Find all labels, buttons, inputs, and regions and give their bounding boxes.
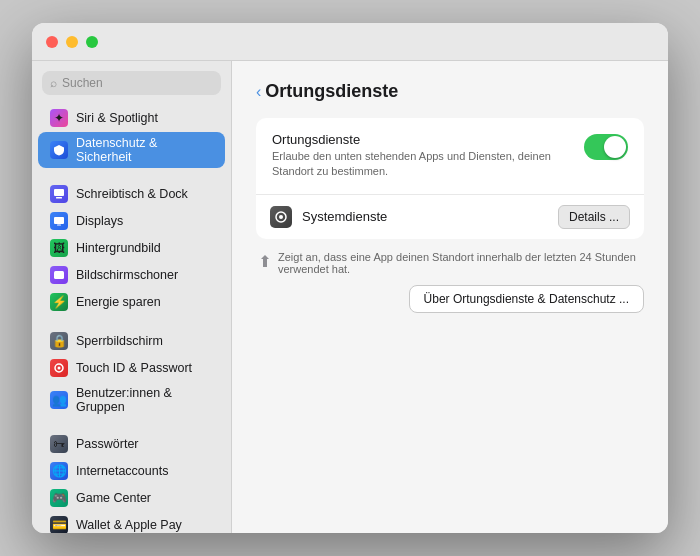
sidebar-item-label: Siri & Spotlight xyxy=(76,111,158,125)
sidebar-item-label: Sperrbildschirm xyxy=(76,334,163,348)
content-area: ⌕ Suchen ✦ Siri & Spotlight Datenschutz … xyxy=(32,61,668,533)
sidebar-item-gamecenter[interactable]: 🎮 Game Center xyxy=(38,485,225,511)
sidebar-item-wallet[interactable]: 💳 Wallet & Apple Pay xyxy=(38,512,225,533)
siri-icon: ✦ xyxy=(50,109,68,127)
info-text: Zeigt an, dass eine App deinen Standort … xyxy=(278,251,640,275)
svg-rect-1 xyxy=(56,197,62,199)
datenschutz-icon xyxy=(50,141,68,159)
toggle-text: Ortungsdienste Erlaube den unten stehend… xyxy=(272,132,572,180)
sidebar-item-label: Internetaccounts xyxy=(76,464,168,478)
traffic-lights xyxy=(46,36,98,48)
energie-icon: ⚡ xyxy=(50,293,68,311)
sidebar-item-label: Displays xyxy=(76,214,123,228)
toggle-row: Ortungsdienste Erlaube den unten stehend… xyxy=(256,118,644,194)
location-indicator-icon xyxy=(260,255,270,270)
sidebar-item-label: Touch ID & Passwort xyxy=(76,361,192,375)
close-button[interactable] xyxy=(46,36,58,48)
sidebar-item-label: Datenschutz & Sicherheit xyxy=(76,136,213,164)
sperr-icon: 🔒 xyxy=(50,332,68,350)
sidebar-item-schreibtisch[interactable]: Schreibtisch & Dock xyxy=(38,181,225,207)
gamecenter-icon: 🎮 xyxy=(50,489,68,507)
schreibtisch-icon xyxy=(50,185,68,203)
about-button-row: Über Ortungsdienste & Datenschutz ... xyxy=(256,285,644,313)
search-icon: ⌕ xyxy=(50,76,57,90)
svg-point-5 xyxy=(57,273,61,277)
sidebar-item-label: Energie sparen xyxy=(76,295,161,309)
systemdienste-row: Systemdienste Details ... xyxy=(256,194,644,239)
main-panel: ‹ Ortungsdienste Ortungsdienste Erlaube … xyxy=(232,61,668,533)
sidebar-item-label: Passwörter xyxy=(76,437,139,451)
back-header: ‹ Ortungsdienste xyxy=(256,81,644,102)
search-box[interactable]: ⌕ Suchen xyxy=(42,71,221,95)
toggle-description: Erlaube den unten stehenden Apps und Die… xyxy=(272,149,572,180)
search-placeholder: Suchen xyxy=(62,76,103,90)
sidebar-item-siri[interactable]: ✦ Siri & Spotlight xyxy=(38,105,225,131)
sidebar-item-label: Hintergrundbild xyxy=(76,241,161,255)
sidebar-item-label: Game Center xyxy=(76,491,151,505)
back-button[interactable]: ‹ xyxy=(256,83,261,101)
svg-rect-2 xyxy=(54,217,64,224)
touchid-icon xyxy=(50,359,68,377)
sidebar-item-passwoerter[interactable]: 🗝 Passwörter xyxy=(38,431,225,457)
wallet-icon: 💳 xyxy=(50,516,68,533)
sidebar: ⌕ Suchen ✦ Siri & Spotlight Datenschutz … xyxy=(32,61,232,533)
sidebar-item-label: Schreibtisch & Dock xyxy=(76,187,188,201)
info-row: Zeigt an, dass eine App deinen Standort … xyxy=(256,251,644,275)
sidebar-item-label: Bildschirmschoner xyxy=(76,268,178,282)
details-button[interactable]: Details ... xyxy=(558,205,630,229)
maximize-button[interactable] xyxy=(86,36,98,48)
titlebar xyxy=(32,23,668,61)
svg-rect-3 xyxy=(57,225,61,226)
page-title: Ortungsdienste xyxy=(265,81,398,102)
benutzer-icon: 👥 xyxy=(50,391,68,409)
minimize-button[interactable] xyxy=(66,36,78,48)
sidebar-item-datenschutz[interactable]: Datenschutz & Sicherheit xyxy=(38,132,225,168)
svg-point-7 xyxy=(58,367,61,370)
sidebar-item-sperr[interactable]: 🔒 Sperrbildschirm xyxy=(38,328,225,354)
hintergrund-icon: 🖼 xyxy=(50,239,68,257)
passwoerter-icon: 🗝 xyxy=(50,435,68,453)
sidebar-item-label: Wallet & Apple Pay xyxy=(76,518,182,532)
sidebar-item-hintergrund[interactable]: 🖼 Hintergrundbild xyxy=(38,235,225,261)
sidebar-item-internet[interactable]: 🌐 Internetaccounts xyxy=(38,458,225,484)
displays-icon xyxy=(50,212,68,230)
sidebar-item-benutzer[interactable]: 👥 Benutzer:innen & Gruppen xyxy=(38,382,225,418)
sidebar-item-energie[interactable]: ⚡ Energie sparen xyxy=(38,289,225,315)
sidebar-item-displays[interactable]: Displays xyxy=(38,208,225,234)
ortungsdienste-toggle[interactable] xyxy=(584,134,628,160)
sidebar-item-label: Benutzer:innen & Gruppen xyxy=(76,386,213,414)
ortungsdienste-card: Ortungsdienste Erlaube den unten stehend… xyxy=(256,118,644,239)
sidebar-item-touchid[interactable]: Touch ID & Passwort xyxy=(38,355,225,381)
about-button[interactable]: Über Ortungsdienste & Datenschutz ... xyxy=(409,285,644,313)
svg-point-11 xyxy=(279,215,283,219)
systemdienste-icon xyxy=(270,206,292,228)
svg-rect-0 xyxy=(54,189,64,196)
bildschirmschoner-icon xyxy=(50,266,68,284)
internet-icon: 🌐 xyxy=(50,462,68,480)
main-window: ⌕ Suchen ✦ Siri & Spotlight Datenschutz … xyxy=(32,23,668,533)
toggle-label: Ortungsdienste xyxy=(272,132,572,147)
sidebar-item-bildschirmschoner[interactable]: Bildschirmschoner xyxy=(38,262,225,288)
systemdienste-label: Systemdienste xyxy=(302,209,548,224)
